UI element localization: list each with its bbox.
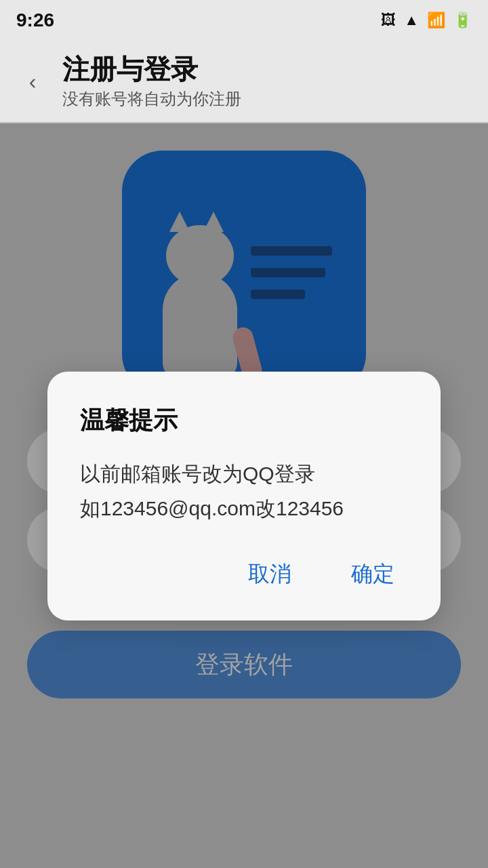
page-subtitle: 没有账号将自动为你注册 (62, 88, 241, 110)
dialog-overlay: 温馨提示 以前邮箱账号改为QQ登录如123456@qq.com改123456 取… (0, 123, 488, 868)
cancel-button[interactable]: 取消 (235, 553, 305, 596)
dialog: 温馨提示 以前邮箱账号改为QQ登录如123456@qq.com改123456 取… (47, 372, 441, 620)
confirm-button[interactable]: 确定 (338, 553, 408, 596)
battery-icon: 🔋 (453, 12, 472, 29)
top-bar: ‹ 注册与登录 没有账号将自动为你注册 (0, 41, 488, 122)
main-content: 👤 请输入QQ号/手机号/邮箱 🔒 请输入密码 👁 最低六位数.数字或数字+英文… (0, 123, 488, 868)
top-title-block: 注册与登录 没有账号将自动为你注册 (62, 53, 241, 110)
wifi-icon: ▲ (404, 12, 419, 29)
back-arrow-icon: ‹ (29, 69, 37, 94)
dialog-body: 以前邮箱账号改为QQ登录如123456@qq.com改123456 (80, 456, 408, 526)
page-title: 注册与登录 (62, 53, 241, 85)
status-time: 9:26 (16, 9, 54, 31)
dialog-title: 温馨提示 (80, 404, 408, 437)
back-button[interactable]: ‹ (16, 65, 49, 98)
status-icons: 🖼 ▲ 📶 🔋 (381, 12, 472, 29)
signal-icon: 📶 (427, 12, 445, 29)
status-bar: 9:26 🖼 ▲ 📶 🔋 (0, 0, 488, 41)
photo-icon: 🖼 (381, 12, 396, 29)
dialog-actions: 取消 确定 (80, 553, 408, 596)
